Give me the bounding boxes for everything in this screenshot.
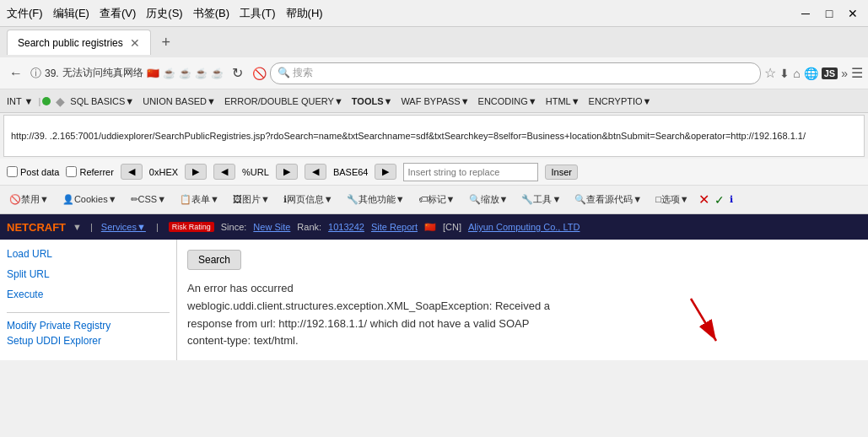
company-link[interactable]: Aliyun Computing Co., LTD [468,222,580,232]
netcraft-logo: NETCRAFT [7,221,66,234]
netcraft-bar: NETCRAFT ▼ | Services▼ | Risk Rating Sin… [0,214,868,240]
menu-help[interactable]: 帮助(H) [286,6,323,21]
hex-left-btn[interactable]: ◀ [121,164,143,180]
info-icon[interactable]: ⓘ [30,66,41,81]
sql-toolbar: INT ▼ | ◆ SQL BASICS▼ UNION BASED▼ ERROR… [0,89,868,113]
toolbar-encryption[interactable]: ENCRYPTIO▼ [585,94,655,108]
title-bar: 文件(F) 编辑(E) 查看(V) 历史(S) 书签(B) 工具(T) 帮助(H… [0,0,868,27]
percent-left-btn[interactable]: ◀ [213,164,235,180]
menu-tools[interactable]: 工具(T) [240,6,276,21]
minimize-button[interactable]: ─ [797,5,814,22]
base64-left-btn[interactable]: ◀ [305,164,326,180]
error-arrow-icon [682,290,733,358]
bookmark-star-icon[interactable]: ☆ [764,65,776,81]
url-display: http://39. .2.165:7001/uddiexplorer/Sear… [11,131,857,141]
green-check-icon[interactable]: ✓ [714,193,725,207]
error-line-4: content-type: text/html. [187,332,858,350]
plugin-forms[interactable]: 📋表单▼ [175,192,224,208]
menu-bookmarks[interactable]: 书签(B) [193,6,229,21]
netcraft-dropdown[interactable]: ▼ [73,222,82,232]
toolbar-html[interactable]: HTML▼ [542,94,584,108]
close-button[interactable]: ✕ [844,5,861,22]
toolbar-sql-basics[interactable]: SQL BASICS▼ [67,94,137,108]
more-icon[interactable]: » [841,67,848,80]
plugin-cookies[interactable]: 👤Cookies▼ [58,192,121,207]
download-icon[interactable]: ⬇ [779,67,790,80]
plugin-tools[interactable]: 🔧工具▼ [517,192,565,208]
post-data-checkbox[interactable]: Post data [7,166,59,177]
plugin-images[interactable]: 🖼图片▼ [229,192,274,208]
risk-rating-badge: Risk Rating [169,222,214,232]
plugin-pageinfo[interactable]: ℹ网页信息▼ [279,192,337,208]
new-site-link[interactable]: New Site [253,222,290,232]
toolbar-encoding[interactable]: ENCODING▼ [475,94,541,108]
error-message: An error has occurred weblogic.uddi.clie… [187,280,858,350]
load-url-button[interactable]: Load URL [7,246,170,262]
plugin-source[interactable]: 🔍查看源代码▼ [570,192,646,208]
status-dot [42,97,51,105]
plugin-mark[interactable]: 🏷标记▼ [414,192,460,208]
menu-history[interactable]: 历史(S) [146,6,182,21]
post-data-input[interactable] [7,166,18,177]
site-report-link[interactable]: Site Report [371,222,418,232]
plugin-css[interactable]: ✏CSS▼ [127,192,171,207]
plugin-other[interactable]: 🔧其他功能▼ [342,192,409,208]
plugin-options[interactable]: □选项▼ [651,192,693,208]
plugin-bar: 🚫禁用▼ 👤Cookies▼ ✏CSS▼ 📋表单▼ 🖼图片▼ ℹ网页信息▼ 🔧其… [0,186,868,214]
maximize-button[interactable]: □ [821,5,838,22]
new-tab-button[interactable]: + [154,30,178,54]
post-data-label: Post data [20,167,59,177]
setup-uddi-link[interactable]: Setup UDDI Explorer [7,335,170,347]
back-button[interactable]: ← [5,62,27,84]
hex-label: 0xHEX [149,167,178,177]
error-line-1: An error has occurred [187,280,858,298]
toolbar-waf-bypass[interactable]: WAF BYPASS▼ [397,94,472,108]
execute-button[interactable]: Execute [7,287,170,302]
insert-button[interactable]: Inser [545,165,577,180]
left-panel: Load URL Split URL Execute Modify Privat… [0,240,177,360]
plugin-disable[interactable]: 🚫禁用▼ [5,192,53,208]
toolbar-tools[interactable]: TOOLS▼ [348,94,396,108]
percent-right-btn[interactable]: ▶ [276,164,298,180]
globe-icon[interactable]: 🌐 [804,67,818,80]
plugin-zoom[interactable]: 🔍缩放▼ [465,192,513,208]
options-bar: Post data Referrer ◀ 0xHEX ▶ ◀ %URL ▶ ◀ … [0,159,868,186]
tab-close-icon[interactable]: ✕ [130,36,140,50]
toolbar-int[interactable]: INT ▼ [3,94,36,108]
country-flag: 🇨🇳 [424,222,436,233]
info-circle-icon[interactable]: ℹ [730,194,733,205]
svg-line-1 [691,299,716,341]
toolbar-union-based[interactable]: UNION BASED▼ [139,94,219,108]
split-url-button[interactable]: Split URL [7,267,170,282]
referrer-checkbox[interactable]: Referrer [66,166,113,177]
stop-icon[interactable]: 🚫 [252,67,267,80]
tab-label: Search public registries [18,37,123,49]
window-controls[interactable]: ─ □ ✕ [797,5,861,22]
rank-label: Rank: [297,222,321,232]
js-badge[interactable]: JS [822,67,838,79]
hex-right-btn[interactable]: ▶ [185,164,207,180]
menu-edit[interactable]: 编辑(E) [53,6,89,21]
menu-bar[interactable]: 文件(F) 编辑(E) 查看(V) 历史(S) 书签(B) 工具(T) 帮助(H… [7,6,323,21]
base64-right-btn[interactable]: ▶ [375,164,396,180]
search-button[interactable]: Search [187,250,241,270]
services-dropdown[interactable]: Services▼ [101,222,146,232]
menu-view[interactable]: 查看(V) [100,6,136,21]
tab-search-public-registries[interactable]: Search public registries ✕ [7,30,151,55]
search-placeholder: 🔍 搜索 [278,66,313,80]
red-x-icon[interactable]: ✕ [698,192,709,208]
toolbar-error-double[interactable]: ERROR/DOUBLE QUERY▼ [221,94,347,108]
menu-file[interactable]: 文件(F) [7,6,43,21]
error-line-3: response from url: http://192.168.1.1/ w… [187,316,858,333]
tab-bar: Search public registries ✕ + [0,27,868,57]
main-wrapper: Load URL Split URL Execute Modify Privat… [0,240,868,360]
replace-string-input[interactable] [403,163,538,181]
reload-button[interactable]: ↻ [227,62,249,84]
flag-icon: 🇨🇳 [147,67,159,79]
java-icon-4: ☕ [211,67,224,79]
home-icon[interactable]: ⌂ [793,67,800,80]
rank-number[interactable]: 1013242 [328,222,364,232]
referrer-input[interactable] [66,166,77,177]
modify-private-registry-link[interactable]: Modify Private Registry [7,320,170,332]
menu-icon[interactable]: ☰ [851,65,863,81]
